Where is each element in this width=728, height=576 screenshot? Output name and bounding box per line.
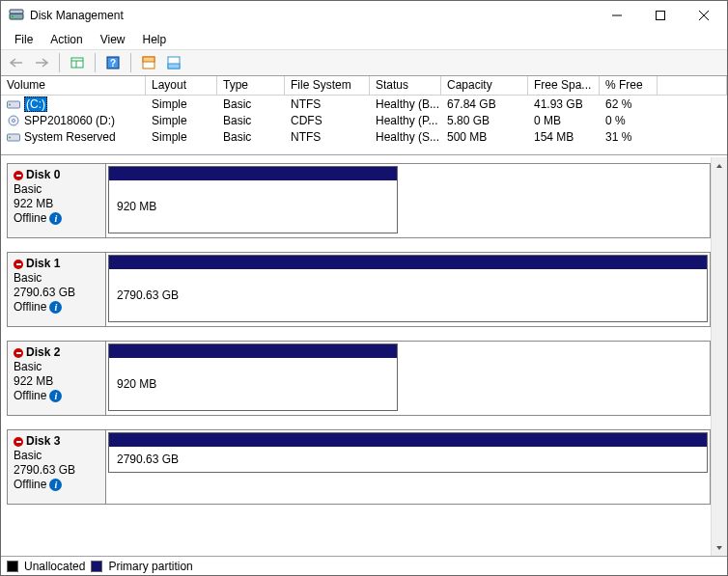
col-spacer [658,76,727,95]
svg-rect-7 [71,58,83,68]
error-icon [14,437,23,447]
toolbar-separator [59,53,60,72]
disk-info[interactable]: Disk 1Basic2790.63 GBOfflinei [8,253,106,326]
col-layout[interactable]: Layout [146,76,217,95]
disk-row: Disk 0Basic922 MBOfflinei920 MB [7,163,711,238]
col-status[interactable]: Status [370,76,441,95]
partition-label: 2790.63 GB [117,453,179,466]
svg-point-21 [9,136,11,138]
toolbar: ? [1,49,727,76]
menu-action[interactable]: Action [42,32,90,47]
minimize-button[interactable] [595,2,638,29]
volume-name: (C:) [24,96,47,112]
partition-label: 920 MB [117,200,156,213]
app-icon [9,8,24,23]
col-pct[interactable]: % Free [600,76,658,95]
volume-capacity: 500 MB [441,130,528,144]
disk-name: Disk 2 [26,345,60,360]
back-button[interactable] [5,52,28,73]
disk-name: Disk 0 [26,168,60,182]
volume-status: Healthy (S... [370,130,441,144]
volume-name: System Reserved [24,130,116,144]
cd-icon [7,115,20,126]
maximize-button[interactable] [638,2,682,29]
disk-status: Offline [14,211,46,226]
disk-type: Basic [14,449,99,463]
svg-rect-2 [10,10,23,14]
disk-name: Disk 3 [26,434,60,449]
menu-help[interactable]: Help [135,32,175,47]
help-button[interactable]: ? [101,52,125,73]
disk-info[interactable]: Disk 3Basic2790.63 GBOfflinei [8,430,106,504]
svg-point-17 [9,103,11,105]
error-icon [14,171,23,180]
partition[interactable]: 2790.63 GB [108,432,708,473]
disk-type: Basic [14,271,99,286]
view-top-button[interactable] [137,52,160,73]
volume-row[interactable]: System ReservedSimpleBasicNTFSHealthy (S… [1,128,727,145]
window-title: Disk Management [30,9,595,22]
toolbar-separator [95,53,96,72]
toolbar-separator [130,53,131,72]
disk-status: Offline [14,478,46,492]
volume-rows: (C:)SimpleBasicNTFSHealthy (B...67.84 GB… [1,96,727,145]
titlebar: Disk Management [1,1,727,30]
volume-row[interactable]: (C:)SimpleBasicNTFSHealthy (B...67.84 GB… [1,96,727,112]
svg-text:?: ? [110,58,116,69]
volume-row[interactable]: SPP2018060 (D:)SimpleBasicCDFSHealthy (P… [1,112,727,128]
partition[interactable]: 920 MB [108,166,398,233]
legend-unallocated: Unallocated [24,560,85,573]
disk-info[interactable]: Disk 0Basic922 MBOfflinei [8,164,106,237]
volume-status: Healthy (P... [370,114,441,127]
disk-status: Offline [14,300,46,315]
info-icon[interactable]: i [49,390,62,402]
volume-free: 41.93 GB [528,97,600,111]
scroll-down-button[interactable] [712,539,727,556]
col-free[interactable]: Free Spa... [528,76,600,95]
partition[interactable]: 2790.63 GB [108,255,708,322]
volume-pct: 0 % [600,114,658,127]
info-icon[interactable]: i [49,212,62,225]
forward-button[interactable] [30,52,53,73]
volume-layout: Simple [146,130,217,144]
scrollbar[interactable] [711,157,727,556]
svg-rect-15 [168,64,180,69]
properties-button[interactable] [66,52,89,73]
partition[interactable]: 920 MB [108,343,398,411]
disk-row: Disk 2Basic922 MBOfflinei920 MB [7,341,711,416]
legend-primary: Primary partition [108,560,192,573]
svg-point-19 [13,119,15,122]
col-fs[interactable]: File System [285,76,370,95]
svg-rect-4 [656,12,664,20]
partition-header [109,256,707,269]
partition-area: 920 MB [106,342,710,415]
error-icon [14,260,23,269]
volume-list: Volume Layout Type File System Status Ca… [1,76,727,155]
volume-free: 154 MB [528,130,600,144]
partition-header [109,433,707,447]
drive-icon [7,98,20,110]
volume-type: Basic [217,97,285,111]
close-button[interactable] [682,2,725,29]
menu-view[interactable]: View [93,32,133,47]
volume-fs: NTFS [285,97,370,111]
disk-info[interactable]: Disk 2Basic922 MBOfflinei [8,342,106,415]
scroll-track[interactable] [712,174,727,539]
info-icon[interactable]: i [49,301,62,314]
volume-capacity: 67.84 GB [441,97,528,111]
disk-status: Offline [14,389,46,403]
svg-point-1 [12,15,14,17]
disk-row: Disk 1Basic2790.63 GBOfflinei2790.63 GB [7,252,711,327]
col-volume[interactable]: Volume [1,76,146,95]
col-type[interactable]: Type [217,76,285,95]
view-bottom-button[interactable] [162,52,185,73]
disk-size: 2790.63 GB [14,463,99,478]
menu-file[interactable]: File [7,32,41,47]
volume-layout: Simple [146,97,217,111]
partition-area: 2790.63 GB [106,430,710,504]
volume-layout: Simple [146,114,217,127]
disk-graphical-view: Disk 0Basic922 MBOfflinei920 MBDisk 1Bas… [1,155,727,556]
col-capacity[interactable]: Capacity [441,76,528,95]
info-icon[interactable]: i [49,479,62,491]
scroll-up-button[interactable] [712,157,727,174]
